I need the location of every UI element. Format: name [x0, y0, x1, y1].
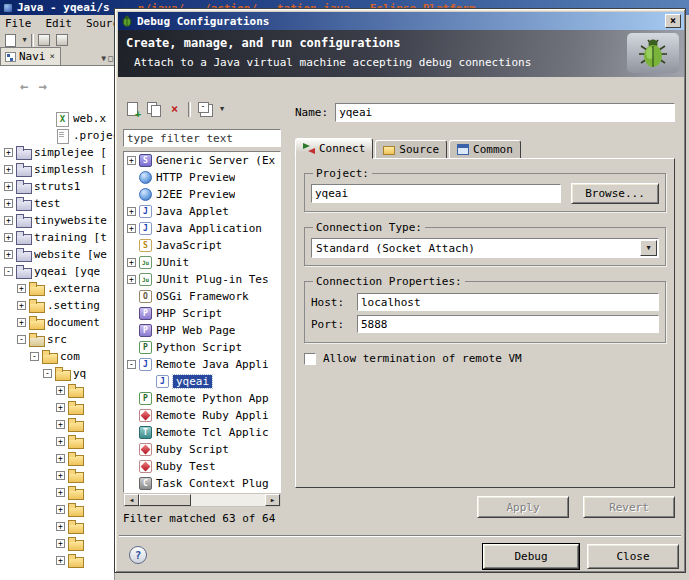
- config-type-j2ee-preview[interactable]: J2EE Preview: [124, 186, 280, 203]
- navigator-item-com[interactable]: com: [0, 348, 114, 365]
- navigator-item-folder[interactable]: [0, 484, 114, 501]
- expander-icon[interactable]: [17, 284, 26, 293]
- expander-icon[interactable]: [56, 437, 65, 446]
- expander-icon[interactable]: [56, 505, 65, 514]
- print-icon[interactable]: [54, 33, 70, 47]
- navigator-item-yqeai[interactable]: yqeai [yqe: [0, 263, 114, 280]
- navigator-item-web-x[interactable]: web.x: [0, 110, 114, 127]
- navigator-item-setting[interactable]: .setting: [0, 297, 114, 314]
- expander-icon[interactable]: [127, 258, 136, 267]
- scroll-right-icon[interactable]: ▶: [265, 494, 280, 506]
- host-input[interactable]: [357, 293, 659, 311]
- navigator-item-folder[interactable]: [0, 535, 114, 552]
- collapse-icon[interactable]: [43, 369, 52, 378]
- close-button[interactable]: Close: [587, 544, 679, 569]
- expander-icon[interactable]: [127, 224, 136, 233]
- config-type-osgi[interactable]: OSGi Framework: [124, 288, 280, 305]
- filter-input[interactable]: [123, 129, 281, 147]
- navigator-item-document[interactable]: document: [0, 314, 114, 331]
- navigator-item-tinywebsite[interactable]: tinywebsite: [0, 212, 114, 229]
- tab-connect[interactable]: Connect: [295, 138, 373, 159]
- config-type-task-context[interactable]: Task Context Plug: [124, 475, 280, 492]
- navigator-item-website[interactable]: website [we: [0, 246, 114, 263]
- expander-icon[interactable]: [127, 156, 136, 165]
- config-type-ruby-test[interactable]: Ruby Test: [124, 458, 280, 475]
- expander-icon[interactable]: [56, 539, 65, 548]
- navigator-item-folder[interactable]: [0, 501, 114, 518]
- navigator-item-folder[interactable]: [0, 467, 114, 484]
- new-config-icon[interactable]: [123, 100, 142, 118]
- expander-icon[interactable]: [56, 556, 65, 565]
- expander-icon[interactable]: [127, 275, 136, 284]
- tab-common[interactable]: Common: [449, 140, 521, 159]
- connection-type-select[interactable]: Standard (Socket Attach) ▼: [311, 238, 659, 258]
- config-type-remote-java[interactable]: Remote Java Appli: [124, 356, 280, 373]
- chevron-down-icon[interactable]: ▼: [20, 33, 29, 47]
- name-input[interactable]: [335, 103, 675, 122]
- back-icon[interactable]: ←: [20, 78, 28, 94]
- forward-icon[interactable]: →: [38, 78, 46, 94]
- collapse-icon[interactable]: [4, 267, 13, 276]
- expander-icon[interactable]: [4, 233, 13, 242]
- scroll-left-icon[interactable]: ◀: [124, 494, 139, 506]
- apply-button[interactable]: Apply: [477, 496, 569, 518]
- config-type-remote-ruby[interactable]: Remote Ruby Appli: [124, 407, 280, 424]
- close-icon[interactable]: ×: [665, 14, 681, 28]
- expander-icon[interactable]: [4, 182, 13, 191]
- expander-icon[interactable]: [56, 403, 65, 412]
- debug-button[interactable]: Debug: [483, 544, 579, 569]
- config-yqeai[interactable]: yqeai: [124, 373, 280, 390]
- navigator-item-folder[interactable]: [0, 416, 114, 433]
- config-type-generic-server[interactable]: Generic Server (Ex: [124, 152, 280, 169]
- config-type-javascript[interactable]: JavaScript: [124, 237, 280, 254]
- expander-icon[interactable]: [56, 420, 65, 429]
- navigator-item-project-file[interactable]: .project: [0, 127, 114, 144]
- navigator-item-training[interactable]: training [t: [0, 229, 114, 246]
- expander-icon[interactable]: [56, 488, 65, 497]
- navigator-item-folder[interactable]: [0, 552, 114, 569]
- navigator-item-folder[interactable]: [0, 399, 114, 416]
- navigator-item-folder[interactable]: [0, 433, 114, 450]
- collapse-all-icon[interactable]: [195, 100, 214, 118]
- menu-file[interactable]: File: [5, 17, 32, 30]
- config-type-remote-tcl[interactable]: Remote Tcl Applic: [124, 424, 280, 441]
- chevron-down-icon[interactable]: ▼: [640, 240, 657, 256]
- navigator-item-folder[interactable]: [0, 518, 114, 535]
- delete-config-icon[interactable]: ×: [165, 100, 184, 118]
- expander-icon[interactable]: [127, 207, 136, 216]
- expander-icon[interactable]: [4, 165, 13, 174]
- navigator-item-folder[interactable]: [0, 450, 114, 467]
- horizontal-scrollbar[interactable]: ◀ ▶: [123, 493, 281, 507]
- navigator-view-tab[interactable]: Navi ×: [0, 47, 61, 65]
- collapse-icon[interactable]: [30, 352, 39, 361]
- new-file-icon[interactable]: [2, 33, 18, 47]
- expander-icon[interactable]: [4, 250, 13, 259]
- navigator-item-simplejee[interactable]: simplejee [: [0, 144, 114, 161]
- checkbox-icon[interactable]: [304, 353, 316, 365]
- config-type-java-applet[interactable]: Java Applet: [124, 203, 280, 220]
- config-type-http-preview[interactable]: HTTP Preview: [124, 169, 280, 186]
- expander-icon[interactable]: [4, 216, 13, 225]
- save-icon[interactable]: [36, 33, 52, 47]
- browse-button[interactable]: Browse...: [571, 183, 659, 204]
- scrollbar-thumb[interactable]: [139, 494, 191, 506]
- filter-menu-icon[interactable]: ▼: [216, 100, 228, 118]
- view-menu-icon[interactable]: ▼: [101, 54, 106, 63]
- expander-icon[interactable]: [56, 471, 65, 480]
- navigator-item-struts1[interactable]: struts1: [0, 178, 114, 195]
- expander-icon[interactable]: [4, 199, 13, 208]
- config-type-python-script[interactable]: Python Script: [124, 339, 280, 356]
- config-type-junit[interactable]: JUnit: [124, 254, 280, 271]
- navigator-item-simplessh[interactable]: simplessh [: [0, 161, 114, 178]
- dialog-titlebar[interactable]: Debug Configurations ×: [118, 12, 684, 30]
- collapse-icon[interactable]: [17, 335, 26, 344]
- config-type-ruby-script[interactable]: Ruby Script: [124, 441, 280, 458]
- navigator-item-folder[interactable]: [0, 382, 114, 399]
- expander-icon[interactable]: [17, 318, 26, 327]
- expander-icon[interactable]: [4, 148, 13, 157]
- port-input[interactable]: [357, 315, 659, 333]
- navigator-item-src[interactable]: src: [0, 331, 114, 348]
- config-type-remote-python[interactable]: Remote Python App: [124, 390, 280, 407]
- allow-termination-checkbox[interactable]: Allow termination of remote VM: [304, 352, 666, 365]
- menu-edit[interactable]: Edit: [46, 17, 73, 30]
